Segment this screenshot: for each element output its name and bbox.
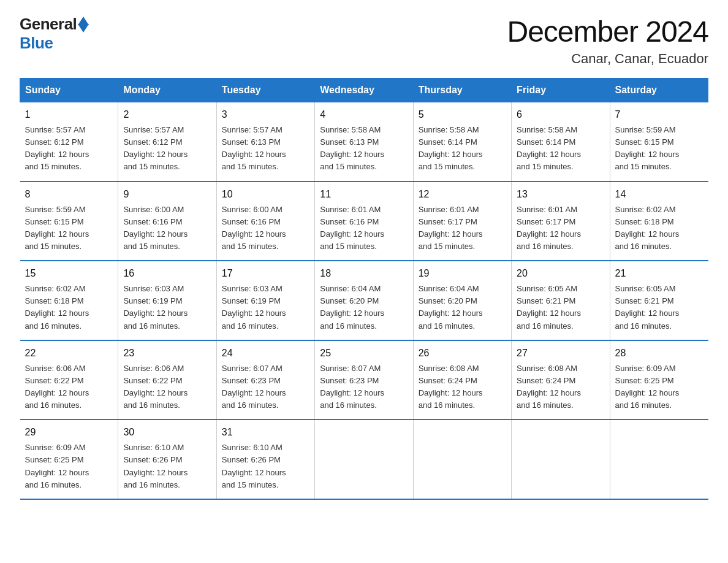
- week-row-1: 1 Sunrise: 5:57 AMSunset: 6:12 PMDayligh…: [20, 102, 708, 182]
- day-info: Sunrise: 6:10 AMSunset: 6:26 PMDaylight:…: [123, 442, 211, 491]
- day-number: 10: [222, 187, 309, 202]
- day-number: 28: [615, 346, 703, 361]
- day-number: 24: [222, 346, 309, 361]
- day-info: Sunrise: 6:07 AMSunset: 6:23 PMDaylight:…: [222, 362, 309, 412]
- day-number: 9: [123, 187, 211, 202]
- month-title: December 2024: [507, 15, 708, 48]
- day-number: 19: [419, 266, 506, 281]
- calendar-cell: [315, 419, 413, 499]
- calendar-cell: 24 Sunrise: 6:07 AMSunset: 6:23 PMDaylig…: [216, 340, 314, 420]
- day-info: Sunrise: 5:58 AMSunset: 6:14 PMDaylight:…: [419, 124, 506, 174]
- day-number: 3: [222, 107, 309, 122]
- logo: General Blue: [20, 15, 89, 53]
- day-info: Sunrise: 5:57 AMSunset: 6:12 PMDaylight:…: [25, 124, 113, 174]
- calendar-cell: 25 Sunrise: 6:07 AMSunset: 6:23 PMDaylig…: [315, 340, 413, 420]
- calendar-cell: 9 Sunrise: 6:00 AMSunset: 6:16 PMDayligh…: [118, 182, 216, 261]
- day-number: 11: [320, 187, 408, 202]
- day-number: 31: [222, 425, 309, 440]
- calendar-cell: [413, 419, 511, 499]
- day-number: 22: [25, 346, 113, 361]
- calendar-cell: 30 Sunrise: 6:10 AMSunset: 6:26 PMDaylig…: [118, 419, 216, 499]
- day-info: Sunrise: 6:00 AMSunset: 6:16 PMDaylight:…: [222, 204, 309, 253]
- logo-general-text: General: [20, 15, 77, 34]
- day-number: 7: [615, 107, 703, 122]
- day-number: 23: [123, 346, 211, 361]
- calendar-cell: 12 Sunrise: 6:01 AMSunset: 6:17 PMDaylig…: [413, 182, 511, 261]
- calendar-cell: 10 Sunrise: 6:00 AMSunset: 6:16 PMDaylig…: [216, 182, 314, 261]
- day-number: 13: [517, 187, 604, 202]
- day-number: 5: [419, 107, 506, 122]
- week-row-3: 15 Sunrise: 6:02 AMSunset: 6:18 PMDaylig…: [20, 261, 708, 340]
- calendar-table: SundayMondayTuesdayWednesdayThursdayFrid…: [20, 78, 708, 500]
- day-info: Sunrise: 6:04 AMSunset: 6:20 PMDaylight:…: [419, 283, 506, 332]
- calendar-cell: 13 Sunrise: 6:01 AMSunset: 6:17 PMDaylig…: [512, 182, 610, 261]
- day-info: Sunrise: 6:08 AMSunset: 6:24 PMDaylight:…: [517, 362, 604, 412]
- calendar-header-row: SundayMondayTuesdayWednesdayThursdayFrid…: [20, 79, 708, 102]
- header-thursday: Thursday: [413, 79, 511, 102]
- day-info: Sunrise: 6:01 AMSunset: 6:16 PMDaylight:…: [320, 204, 408, 253]
- day-info: Sunrise: 5:58 AMSunset: 6:13 PMDaylight:…: [320, 124, 408, 174]
- calendar-cell: 4 Sunrise: 5:58 AMSunset: 6:13 PMDayligh…: [315, 102, 413, 182]
- day-number: 17: [222, 266, 309, 281]
- day-info: Sunrise: 5:58 AMSunset: 6:14 PMDaylight:…: [517, 124, 604, 174]
- day-info: Sunrise: 6:01 AMSunset: 6:17 PMDaylight:…: [419, 204, 506, 253]
- calendar-cell: 20 Sunrise: 6:05 AMSunset: 6:21 PMDaylig…: [512, 261, 610, 340]
- day-info: Sunrise: 6:01 AMSunset: 6:17 PMDaylight:…: [517, 204, 604, 253]
- day-info: Sunrise: 6:09 AMSunset: 6:25 PMDaylight:…: [25, 442, 113, 491]
- calendar-cell: 22 Sunrise: 6:06 AMSunset: 6:22 PMDaylig…: [20, 340, 118, 420]
- calendar-cell: 2 Sunrise: 5:57 AMSunset: 6:12 PMDayligh…: [118, 102, 216, 182]
- day-info: Sunrise: 6:03 AMSunset: 6:19 PMDaylight:…: [123, 283, 211, 332]
- day-number: 16: [123, 266, 211, 281]
- calendar-cell: 7 Sunrise: 5:59 AMSunset: 6:15 PMDayligh…: [610, 102, 708, 182]
- calendar-cell: [512, 419, 610, 499]
- day-number: 8: [25, 187, 113, 202]
- day-info: Sunrise: 6:10 AMSunset: 6:26 PMDaylight:…: [222, 442, 309, 491]
- calendar-cell: 26 Sunrise: 6:08 AMSunset: 6:24 PMDaylig…: [413, 340, 511, 420]
- calendar-cell: 29 Sunrise: 6:09 AMSunset: 6:25 PMDaylig…: [20, 419, 118, 499]
- day-info: Sunrise: 5:59 AMSunset: 6:15 PMDaylight:…: [615, 124, 703, 174]
- calendar-cell: 27 Sunrise: 6:08 AMSunset: 6:24 PMDaylig…: [512, 340, 610, 420]
- calendar-cell: 14 Sunrise: 6:02 AMSunset: 6:18 PMDaylig…: [610, 182, 708, 261]
- day-number: 4: [320, 107, 408, 122]
- day-info: Sunrise: 6:08 AMSunset: 6:24 PMDaylight:…: [419, 362, 506, 412]
- day-number: 26: [419, 346, 506, 361]
- day-number: 14: [615, 187, 703, 202]
- week-row-5: 29 Sunrise: 6:09 AMSunset: 6:25 PMDaylig…: [20, 419, 708, 499]
- day-number: 18: [320, 266, 408, 281]
- day-number: 29: [25, 425, 113, 440]
- day-info: Sunrise: 6:06 AMSunset: 6:22 PMDaylight:…: [123, 362, 211, 412]
- day-info: Sunrise: 6:06 AMSunset: 6:22 PMDaylight:…: [25, 362, 113, 412]
- page-header: General Blue December 2024 Canar, Canar,…: [20, 15, 708, 67]
- calendar-cell: 16 Sunrise: 6:03 AMSunset: 6:19 PMDaylig…: [118, 261, 216, 340]
- calendar-cell: 19 Sunrise: 6:04 AMSunset: 6:20 PMDaylig…: [413, 261, 511, 340]
- day-info: Sunrise: 5:57 AMSunset: 6:12 PMDaylight:…: [123, 124, 211, 174]
- day-number: 27: [517, 346, 604, 361]
- calendar-cell: 3 Sunrise: 5:57 AMSunset: 6:13 PMDayligh…: [216, 102, 314, 182]
- week-row-2: 8 Sunrise: 5:59 AMSunset: 6:15 PMDayligh…: [20, 182, 708, 261]
- calendar-cell: 17 Sunrise: 6:03 AMSunset: 6:19 PMDaylig…: [216, 261, 314, 340]
- day-info: Sunrise: 6:00 AMSunset: 6:16 PMDaylight:…: [123, 204, 211, 253]
- day-info: Sunrise: 6:07 AMSunset: 6:23 PMDaylight:…: [320, 362, 408, 412]
- calendar-cell: 23 Sunrise: 6:06 AMSunset: 6:22 PMDaylig…: [118, 340, 216, 420]
- calendar-cell: 6 Sunrise: 5:58 AMSunset: 6:14 PMDayligh…: [512, 102, 610, 182]
- day-info: Sunrise: 5:57 AMSunset: 6:13 PMDaylight:…: [222, 124, 309, 174]
- calendar-cell: 21 Sunrise: 6:05 AMSunset: 6:21 PMDaylig…: [610, 261, 708, 340]
- day-info: Sunrise: 6:02 AMSunset: 6:18 PMDaylight:…: [615, 204, 703, 253]
- day-number: 2: [123, 107, 211, 122]
- logo-blue-text: Blue: [20, 34, 53, 53]
- day-number: 20: [517, 266, 604, 281]
- header-saturday: Saturday: [610, 79, 708, 102]
- calendar-cell: 1 Sunrise: 5:57 AMSunset: 6:12 PMDayligh…: [20, 102, 118, 182]
- day-number: 15: [25, 266, 113, 281]
- day-info: Sunrise: 6:03 AMSunset: 6:19 PMDaylight:…: [222, 283, 309, 332]
- header-tuesday: Tuesday: [216, 79, 314, 102]
- day-number: 6: [517, 107, 604, 122]
- day-info: Sunrise: 6:02 AMSunset: 6:18 PMDaylight:…: [25, 283, 113, 332]
- day-info: Sunrise: 6:04 AMSunset: 6:20 PMDaylight:…: [320, 283, 408, 332]
- day-info: Sunrise: 6:05 AMSunset: 6:21 PMDaylight:…: [615, 283, 703, 332]
- calendar-cell: 15 Sunrise: 6:02 AMSunset: 6:18 PMDaylig…: [20, 261, 118, 340]
- calendar-cell: 18 Sunrise: 6:04 AMSunset: 6:20 PMDaylig…: [315, 261, 413, 340]
- day-number: 30: [123, 425, 211, 440]
- calendar-cell: 8 Sunrise: 5:59 AMSunset: 6:15 PMDayligh…: [20, 182, 118, 261]
- header-wednesday: Wednesday: [315, 79, 413, 102]
